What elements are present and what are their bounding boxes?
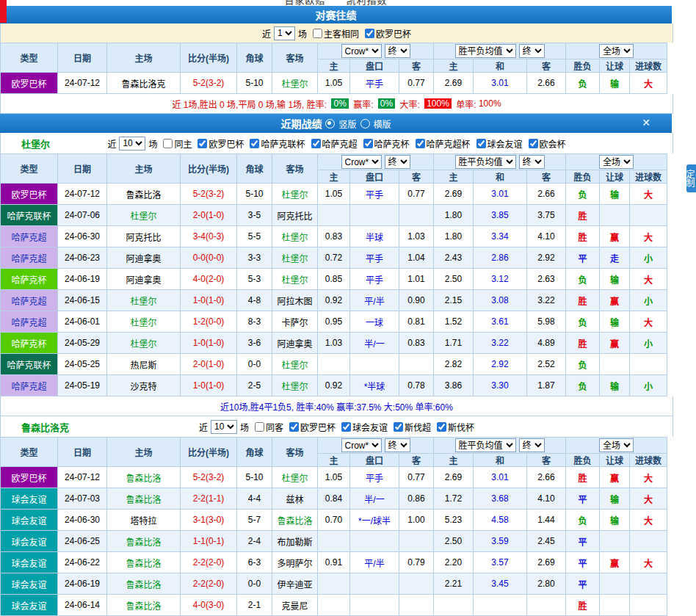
filter-checkbox[interactable] <box>529 139 538 148</box>
home-team-cell: 阿迪拿奥 <box>107 269 181 290</box>
dubaoer-filter-row: 杜堡尔近10场同主欧罗巴杯哈萨克联杯哈萨克超哈萨克杯哈萨克超杯球会友谊欧会杯 <box>0 133 673 153</box>
ah-line-cell: 平/半 <box>350 552 399 573</box>
league-filter[interactable]: 哈萨克联杯 <box>250 137 305 150</box>
same-venue-filter[interactable]: 同主 <box>163 137 192 150</box>
horizontal-layout-radio[interactable] <box>360 119 370 128</box>
corners-cell: 5-7 <box>237 510 272 531</box>
handicap-result-cell: 输 <box>600 269 630 290</box>
ah-away-odds-cell: 0.83 <box>399 333 434 354</box>
sub-column-header: 客 <box>399 170 434 184</box>
odds-source-select[interactable]: 胜平负均值 <box>455 155 516 169</box>
unit-label: 场 <box>148 137 157 150</box>
vertical-layout-radio[interactable] <box>325 119 335 128</box>
home-team-cell: 杜堡尔 <box>107 205 181 226</box>
odds-source-select[interactable]: 全场 <box>599 438 634 452</box>
league-filter[interactable]: 欧罗巴杯 <box>365 27 411 40</box>
filter-checkbox[interactable] <box>476 139 486 148</box>
filter-checkbox[interactable] <box>313 29 322 38</box>
filter-checkbox[interactable] <box>365 29 374 38</box>
filter-checkbox[interactable] <box>197 139 207 148</box>
filter-checkbox[interactable] <box>311 139 321 148</box>
league-filter[interactable]: 欧会杯 <box>529 137 566 150</box>
handicap-result-cell: 输 <box>600 184 630 205</box>
1x2-draw-cell: 3.45 <box>474 573 527 595</box>
home-team-cell: 鲁森比洛克 <box>107 73 181 94</box>
team-label: 鲁森比洛克 <box>21 420 69 434</box>
league-filter[interactable]: 球会友谊 <box>476 137 523 150</box>
handicap-result-cell: 输 <box>600 311 630 333</box>
team-label: 杜堡尔 <box>21 137 50 151</box>
same-venue-filter[interactable]: 主客相同 <box>313 27 359 40</box>
filter-checkbox[interactable] <box>416 139 425 148</box>
odds-source-select[interactable]: Crow* <box>341 44 382 58</box>
league-filter[interactable]: 哈萨克超 <box>311 137 358 150</box>
odds-source-select[interactable]: Crow* <box>341 155 382 169</box>
home-team-cell: 鲁森比洛 <box>107 595 181 616</box>
filter-checkbox[interactable] <box>289 422 299 432</box>
home-team-cell: 沙克特 <box>107 375 181 396</box>
league-cell: 哈萨克超 <box>1 247 58 269</box>
filter-controls: 近10场同主欧罗巴杯哈萨克联杯哈萨克超哈萨克杯哈萨克超杯球会友谊欧会杯 <box>107 137 565 151</box>
odds-source-select[interactable]: 终 <box>519 44 545 58</box>
column-header: 主场 <box>107 438 181 467</box>
league-filter[interactable]: 球会友谊 <box>341 421 388 433</box>
date-cell: 24-05-25 <box>58 354 107 375</box>
filter-checkbox[interactable] <box>250 139 259 148</box>
odds-source-select[interactable]: 终 <box>385 438 410 452</box>
filter-checkbox[interactable] <box>341 422 351 432</box>
close-icon[interactable]: ✕ <box>639 116 653 129</box>
league-filter[interactable]: 斯伐杯 <box>437 421 474 433</box>
away-team-cell: 杜堡尔 <box>272 467 318 488</box>
corners-cell: 2-5 <box>237 375 272 396</box>
corners-cell: 2-4 <box>237 531 272 552</box>
match-count-select[interactable]: 1 <box>274 26 295 40</box>
odds-source-select[interactable]: 终 <box>385 44 410 58</box>
odds-source-select[interactable]: 终 <box>385 155 410 169</box>
league-cell: 球会友谊 <box>1 510 58 531</box>
date-cell: 24-06-25 <box>58 531 107 552</box>
odds-source-select[interactable]: 全场 <box>599 155 634 169</box>
ah-home-odds-cell: 0.92 <box>318 375 350 396</box>
result-cell: 胜 <box>566 290 600 311</box>
handicap-result-cell: 赢 <box>600 290 630 311</box>
score-cell: 2-2(1-1) <box>181 488 237 510</box>
corners-cell: 8-3 <box>237 311 272 333</box>
odds-source-select[interactable]: 胜平负均值 <box>455 438 516 452</box>
1x2-away-cell: 4.10 <box>527 226 566 247</box>
league-filter[interactable]: 哈萨克杯 <box>363 137 410 150</box>
odds-source-select[interactable]: 胜平负均值 <box>455 44 516 58</box>
summary-segment: 100% <box>424 98 452 109</box>
column-header: 类型 <box>1 438 58 467</box>
odds-source-select[interactable]: 全场 <box>599 44 634 58</box>
match-count-select[interactable]: 10 <box>119 137 145 151</box>
1x2-away-cell: 2.52 <box>527 354 566 375</box>
league-filter[interactable]: 斯伐超 <box>394 421 431 433</box>
ah-line-cell: *半球 <box>350 375 399 396</box>
1x2-away-cell: 2.66 <box>527 184 566 205</box>
odds-source-select[interactable]: 终 <box>519 155 545 169</box>
same-venue-filter[interactable]: 同客 <box>255 421 283 433</box>
filter-checkbox[interactable] <box>255 422 264 432</box>
match-count-select[interactable]: 10 <box>211 420 237 434</box>
ah-away-odds-cell: 1.04 <box>399 247 434 269</box>
over-under-cell <box>630 573 667 595</box>
1x2-home-cell: 1.52 <box>434 311 474 333</box>
odds-source-select[interactable]: Crow* <box>341 438 382 452</box>
league-filter[interactable]: 欧罗巴杯 <box>289 421 336 433</box>
handicap-result-cell: 赢 <box>600 467 630 488</box>
league-filter[interactable]: 欧罗巴杯 <box>197 137 244 150</box>
corners-cell: 4-8 <box>237 290 272 311</box>
side-tab[interactable]: 定制 <box>686 164 696 192</box>
score-cell: 3-4(0-3) <box>181 226 237 247</box>
odds-source-select[interactable]: 终 <box>519 438 545 452</box>
filter-checkbox[interactable] <box>163 139 173 148</box>
filter-checkbox[interactable] <box>394 422 403 432</box>
filter-checkbox[interactable] <box>363 139 373 148</box>
result-cell: 负 <box>566 184 600 205</box>
league-filter[interactable]: 哈萨克超杯 <box>416 137 471 150</box>
handicap-result-cell <box>600 531 630 552</box>
home-team-cell: 阿迪拿奥 <box>107 247 181 269</box>
away-team-cell: 兹林 <box>272 488 318 510</box>
filter-checkbox[interactable] <box>437 422 446 432</box>
column-header: 客场 <box>272 438 318 467</box>
